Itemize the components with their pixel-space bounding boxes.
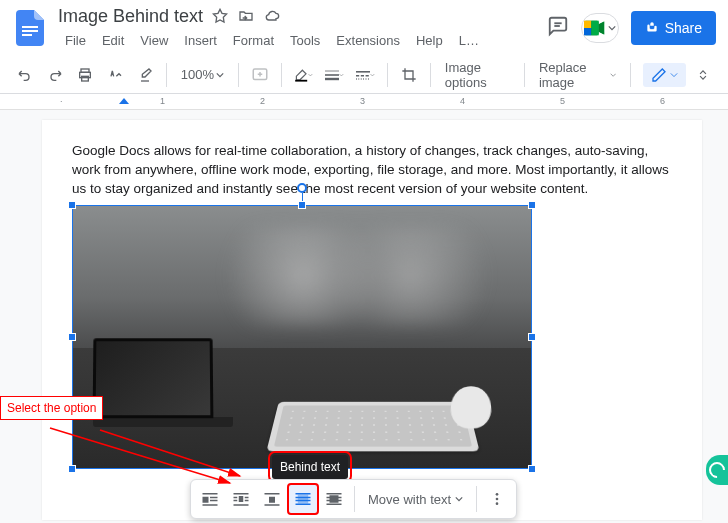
svg-rect-37 — [265, 504, 280, 506]
undo-button[interactable] — [12, 62, 38, 88]
svg-rect-35 — [265, 493, 280, 495]
svg-point-48 — [496, 493, 499, 496]
toolbar-separator — [281, 63, 282, 87]
svg-rect-2 — [22, 34, 32, 36]
spellcheck-button[interactable] — [102, 62, 128, 88]
resize-handle[interactable] — [298, 201, 306, 209]
replace-image-button[interactable]: Replace image — [533, 60, 622, 90]
svg-point-50 — [496, 502, 499, 505]
header-right: Share — [547, 11, 716, 45]
svg-line-52 — [100, 430, 240, 476]
svg-line-51 — [50, 428, 230, 483]
cloud-status-icon[interactable] — [263, 7, 281, 25]
toolbar-separator — [387, 63, 388, 87]
behind-text-button[interactable] — [288, 484, 318, 514]
annotation-arrow — [40, 418, 250, 498]
toolbar-separator — [524, 63, 525, 87]
add-comment-button[interactable] — [247, 62, 273, 88]
toolbar-separator — [476, 486, 477, 512]
print-button[interactable] — [72, 62, 98, 88]
ruler-mark: 3 — [360, 96, 365, 106]
svg-rect-34 — [234, 504, 249, 506]
app-header: Image Behind text File Edit View Insert … — [0, 0, 728, 56]
title-area: Image Behind text File Edit View Insert … — [58, 6, 547, 51]
expand-button[interactable] — [690, 62, 716, 88]
svg-rect-1 — [22, 30, 38, 32]
svg-rect-39 — [296, 493, 311, 495]
ruler-mark: 4 — [460, 96, 465, 106]
move-mode-selector[interactable]: Move with text — [360, 492, 471, 507]
svg-rect-36 — [269, 497, 275, 503]
menu-last-edit[interactable]: L… — [452, 30, 486, 51]
star-icon[interactable] — [211, 7, 229, 25]
grammarly-icon[interactable] — [706, 455, 728, 485]
svg-rect-46 — [327, 504, 342, 506]
border-color-button[interactable] — [290, 62, 317, 88]
border-dash-button[interactable] — [352, 62, 379, 88]
resize-handle[interactable] — [528, 201, 536, 209]
google-docs-icon[interactable] — [12, 10, 48, 46]
svg-rect-38 — [298, 495, 309, 504]
border-weight-button[interactable] — [321, 62, 348, 88]
break-text-button[interactable] — [257, 484, 287, 514]
menu-format[interactable]: Format — [226, 30, 281, 51]
svg-rect-47 — [330, 495, 339, 503]
resize-handle[interactable] — [528, 465, 536, 473]
crop-button[interactable] — [396, 62, 422, 88]
meet-icon[interactable] — [581, 13, 619, 43]
menu-edit[interactable]: Edit — [95, 30, 131, 51]
ruler-mark: 5 — [560, 96, 565, 106]
more-options-button[interactable] — [482, 484, 512, 514]
svg-rect-7 — [584, 28, 591, 35]
menu-bar: File Edit View Insert Format Tools Exten… — [58, 30, 547, 51]
editing-mode-button[interactable] — [643, 63, 686, 87]
tooltip-behind-text: Behind text — [272, 455, 348, 479]
in-front-of-text-button[interactable] — [319, 484, 349, 514]
toolbar-separator — [166, 63, 167, 87]
ruler-mark: 2 — [260, 96, 265, 106]
toolbar-separator — [630, 63, 631, 87]
body-text[interactable]: Google Docs allows for real-time collabo… — [72, 142, 672, 199]
svg-rect-42 — [296, 504, 311, 506]
comment-history-icon[interactable] — [547, 15, 569, 41]
svg-rect-43 — [327, 493, 342, 495]
svg-rect-41 — [296, 500, 311, 502]
resize-handle[interactable] — [68, 333, 76, 341]
menu-tools[interactable]: Tools — [283, 30, 327, 51]
toolbar-separator — [354, 486, 355, 512]
annotation-label: Select the option — [0, 396, 103, 420]
toolbar-separator — [430, 63, 431, 87]
resize-handle[interactable] — [68, 201, 76, 209]
ruler-mark: 1 — [160, 96, 165, 106]
indent-marker[interactable] — [119, 98, 129, 104]
image-options-button[interactable]: Image options — [439, 60, 516, 90]
move-folder-icon[interactable] — [237, 7, 255, 25]
svg-rect-16 — [295, 79, 307, 81]
share-button[interactable]: Share — [631, 11, 716, 45]
svg-rect-8 — [591, 21, 598, 36]
menu-file[interactable]: File — [58, 30, 93, 51]
menu-insert[interactable]: Insert — [177, 30, 224, 51]
svg-rect-0 — [22, 26, 38, 28]
menu-help[interactable]: Help — [409, 30, 450, 51]
svg-rect-27 — [203, 504, 218, 506]
svg-rect-33 — [245, 500, 249, 502]
toolbar-separator — [238, 63, 239, 87]
ruler-mark: 6 — [660, 96, 665, 106]
toolbar: 100% Image options Replace image — [0, 56, 728, 94]
resize-handle[interactable] — [528, 333, 536, 341]
doc-title[interactable]: Image Behind text — [58, 6, 203, 27]
rotate-handle[interactable] — [297, 183, 307, 193]
share-label: Share — [665, 20, 702, 36]
svg-point-49 — [496, 498, 499, 501]
zoom-selector[interactable]: 100% — [175, 67, 230, 82]
format-paint-button[interactable] — [132, 62, 158, 88]
svg-rect-40 — [296, 497, 311, 499]
menu-extensions[interactable]: Extensions — [329, 30, 407, 51]
svg-rect-9 — [650, 27, 654, 29]
svg-rect-32 — [234, 500, 238, 502]
ruler[interactable]: · 1 2 3 4 5 6 — [0, 94, 728, 110]
svg-rect-6 — [584, 21, 591, 28]
redo-button[interactable] — [42, 62, 68, 88]
menu-view[interactable]: View — [133, 30, 175, 51]
